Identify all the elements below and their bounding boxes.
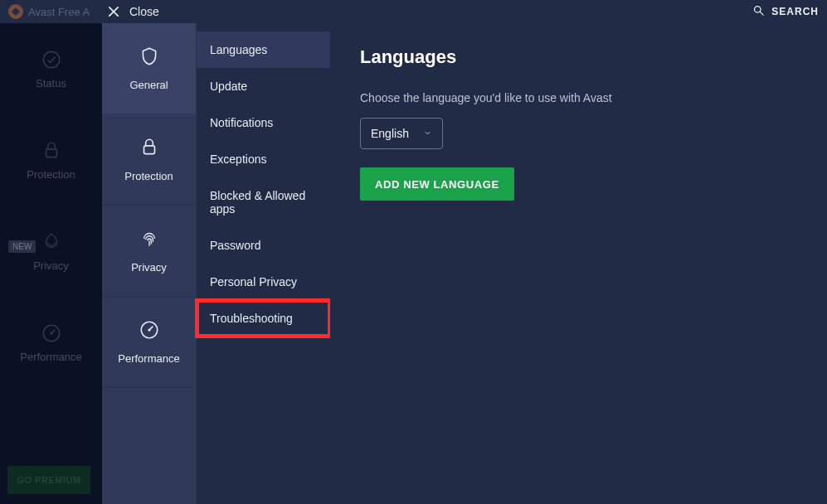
category-general-label: General	[129, 79, 168, 91]
avast-logo-icon	[8, 4, 23, 19]
svg-point-7	[148, 328, 150, 331]
settings-subnav: Languages Update Notifications Exception…	[196, 23, 330, 504]
subnav-password[interactable]: Password	[197, 227, 330, 264]
category-privacy-label: Privacy	[131, 261, 167, 274]
main-nav-status-label: Status	[36, 77, 66, 90]
main-nav-performance-label: Performance	[20, 351, 81, 363]
main-nav-performance: Performance	[0, 297, 102, 388]
category-general[interactable]: General	[102, 23, 196, 114]
subnav-personal-privacy[interactable]: Personal Privacy	[197, 264, 330, 300]
svg-rect-2	[46, 148, 56, 157]
subnav-troubleshooting[interactable]: Troubleshooting	[197, 300, 330, 337]
close-panel[interactable]: Close	[108, 0, 159, 23]
search-button[interactable]: SEARCH	[752, 4, 819, 20]
main-nav-privacy-label: Privacy	[33, 259, 69, 272]
subnav-languages[interactable]: Languages	[197, 32, 330, 68]
subnav-blocked-allowed[interactable]: Blocked & Allowed apps	[197, 177, 330, 227]
search-label: SEARCH	[771, 6, 819, 17]
app-title: Avast Free A	[28, 6, 90, 18]
title-bar: Avast Free A Close SEARCH	[0, 0, 827, 23]
main-nav-dimmed: Status Protection NEW Privacy Performanc…	[0, 23, 102, 504]
main-nav-privacy: Privacy	[0, 206, 102, 297]
close-icon[interactable]	[108, 6, 119, 17]
svg-point-1	[43, 51, 60, 68]
main-nav-protection-label: Protection	[27, 168, 75, 181]
app-logo-title: Avast Free A	[8, 4, 90, 19]
shield-icon	[139, 46, 160, 70]
settings-panel: General Protection Privacy Performance	[102, 23, 827, 504]
close-label: Close	[129, 5, 159, 18]
subnav-update[interactable]: Update	[197, 68, 330, 104]
subnav-notifications[interactable]: Notifications	[197, 104, 330, 141]
svg-rect-5	[144, 146, 154, 154]
gauge-icon	[139, 319, 160, 344]
main-nav-protection: Protection	[0, 114, 102, 206]
go-premium-button[interactable]: GO PREMIUM	[7, 466, 90, 494]
svg-point-0	[755, 6, 761, 12]
category-performance-label: Performance	[118, 352, 179, 365]
category-performance[interactable]: Performance	[102, 297, 196, 388]
subnav-exceptions[interactable]: Exceptions	[197, 141, 330, 177]
go-premium-label: GO PREMIUM	[17, 475, 80, 485]
settings-category-column: General Protection Privacy Performance	[102, 23, 196, 504]
main-nav-status: Status	[0, 23, 102, 114]
language-select[interactable]: English	[360, 118, 443, 149]
settings-content: Languages Choose the language you'd like…	[330, 23, 827, 504]
fingerprint-icon	[139, 228, 160, 253]
language-select-value: English	[371, 127, 409, 140]
add-language-label: ADD NEW LANGUAGE	[375, 178, 499, 191]
page-title: Languages	[360, 46, 797, 68]
page-description: Choose the language you'd like to use wi…	[360, 91, 797, 104]
add-language-button[interactable]: ADD NEW LANGUAGE	[360, 167, 514, 201]
search-icon	[752, 4, 765, 20]
chevron-down-icon	[423, 127, 432, 140]
category-protection-label: Protection	[124, 170, 173, 182]
svg-point-4	[50, 332, 52, 334]
category-privacy[interactable]: Privacy	[102, 206, 196, 297]
lock-icon	[139, 137, 160, 162]
category-protection[interactable]: Protection	[102, 114, 196, 206]
